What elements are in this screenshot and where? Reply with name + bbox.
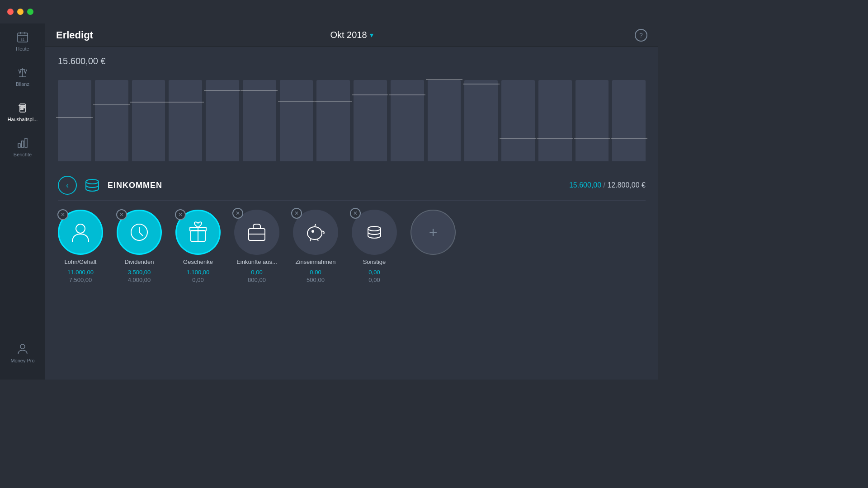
item-remove-dividenden[interactable]: ✕ xyxy=(116,209,127,220)
close-button[interactable] xyxy=(7,9,14,15)
bar-line xyxy=(93,104,130,105)
bar-group-13 xyxy=(538,71,572,161)
item-circle-zinseinnahmen: ✕ xyxy=(293,210,338,255)
sidebar-label-bilanz: Bilanz xyxy=(16,81,29,87)
bar-line xyxy=(574,138,610,139)
item-budget-einkuenfte: 800,00 xyxy=(248,277,266,283)
bar-background xyxy=(612,80,646,161)
bar-background xyxy=(428,80,461,161)
sidebar-item-moneypro[interactable]: Money Pro xyxy=(10,335,34,371)
sidebar-item-heute[interactable]: 31 Heute xyxy=(0,23,45,59)
item-actual-lohn: 11.000,00 xyxy=(67,269,94,276)
item-circle-geschenke: ✕ xyxy=(175,210,221,255)
svg-point-16 xyxy=(86,179,99,184)
item-name-sonstige: Sonstige xyxy=(363,258,386,265)
titlebar xyxy=(0,0,658,23)
item-remove-lohn[interactable]: ✕ xyxy=(57,209,68,220)
bar-line xyxy=(500,138,536,139)
bar-background xyxy=(58,80,91,161)
bar-line xyxy=(611,138,647,139)
bar-group-7 xyxy=(316,71,350,161)
month-label: Okt 2018 xyxy=(330,30,367,40)
bar-background xyxy=(538,80,572,161)
item-actual-einkuenfte: 0,00 xyxy=(251,269,262,276)
person-icon xyxy=(16,343,29,355)
item-name-zinseinnahmen: Zinseinnahmen xyxy=(296,258,336,265)
items-grid: ✕Lohn/Gehalt11.000,007.500,00✕Dividenden… xyxy=(58,210,646,292)
bar-chart xyxy=(58,71,646,161)
add-item-button[interactable]: + xyxy=(410,210,456,283)
bar-group-15 xyxy=(612,71,646,161)
page-title: Erledigt xyxy=(56,29,93,41)
svg-rect-10 xyxy=(21,107,24,108)
help-button[interactable]: ? xyxy=(635,29,647,42)
bar-group-10 xyxy=(428,71,461,161)
bar-group-1 xyxy=(95,71,128,161)
bar-line xyxy=(130,102,167,103)
bar-group-4 xyxy=(206,71,239,161)
item-card-dividenden[interactable]: ✕Dividenden3.500,004.000,00 xyxy=(117,210,162,283)
bar-line xyxy=(315,101,352,102)
sidebar-item-bilanz[interactable]: Bilanz xyxy=(0,59,45,94)
item-actual-geschenke: 1.100,00 xyxy=(187,269,210,276)
chart-total: 15.600,00 € xyxy=(58,56,646,66)
item-card-zinseinnahmen[interactable]: ✕Zinseinnahmen0,00500,00 xyxy=(293,210,338,283)
bar-background xyxy=(354,80,387,161)
minimize-button[interactable] xyxy=(17,9,24,15)
item-remove-sonstige[interactable]: ✕ xyxy=(350,208,361,219)
svg-rect-12 xyxy=(18,144,20,147)
item-budget-dividenden: 4.000,00 xyxy=(128,277,151,283)
sidebar-item-berichte[interactable]: Berichte xyxy=(0,129,45,164)
category-budget: 12.800,00 € xyxy=(607,181,646,189)
bar-group-6 xyxy=(280,71,313,161)
sidebar: 31 Heute Bilanz Haushaltspl... Berichte xyxy=(0,0,45,380)
svg-point-23 xyxy=(307,227,322,239)
month-selector[interactable]: Okt 2018 ▾ xyxy=(330,30,373,40)
item-card-lohn[interactable]: ✕Lohn/Gehalt11.000,007.500,00 xyxy=(58,210,103,283)
item-budget-lohn: 7.500,00 xyxy=(69,277,92,283)
bar-line xyxy=(56,117,93,118)
bar-background xyxy=(243,80,276,161)
sidebar-label-haushaltsplan: Haushaltspl... xyxy=(8,117,38,122)
item-actual-dividenden: 3.500,00 xyxy=(128,269,151,276)
item-remove-geschenke[interactable]: ✕ xyxy=(175,209,186,220)
bar-background xyxy=(576,80,609,161)
item-circle-einkuenfte: ✕ xyxy=(234,210,279,255)
sidebar-label-heute: Heute xyxy=(16,46,29,52)
item-card-sonstige[interactable]: ✕Sonstige0,000,00 xyxy=(352,210,397,283)
item-remove-einkuenfte[interactable]: ✕ xyxy=(232,208,243,219)
item-actual-zinseinnahmen: 0,00 xyxy=(310,269,321,276)
item-remove-zinseinnahmen[interactable]: ✕ xyxy=(291,208,302,219)
bar-background xyxy=(316,80,350,161)
item-card-geschenke[interactable]: ✕Geschenke1.100,000,00 xyxy=(175,210,221,283)
bar-background xyxy=(280,80,313,161)
svg-point-17 xyxy=(76,224,85,233)
sidebar-item-haushaltsplan[interactable]: Haushaltspl... xyxy=(0,94,45,129)
maximize-button[interactable] xyxy=(27,9,33,15)
scale-icon xyxy=(16,66,29,79)
bar-background xyxy=(464,80,498,161)
main-content: Erledigt Okt 2018 ▾ ? 15.600,00 € ‹ EINK… xyxy=(45,0,658,380)
bar-line xyxy=(426,79,462,80)
svg-rect-14 xyxy=(25,138,27,147)
bar-group-8 xyxy=(354,71,387,161)
bar-line xyxy=(167,102,204,103)
item-name-lohn: Lohn/Gehalt xyxy=(65,258,97,265)
add-item-circle: + xyxy=(410,210,456,255)
bar-group-11 xyxy=(464,71,498,161)
bar-background xyxy=(206,80,239,161)
chart-icon xyxy=(16,136,29,149)
svg-text:31: 31 xyxy=(21,38,25,42)
item-name-einkuenfte: Einkünfte aus... xyxy=(236,258,277,265)
category-amounts: 15.600,00 / 12.800,00 € xyxy=(569,181,646,189)
svg-rect-13 xyxy=(22,141,24,147)
item-name-dividenden: Dividenden xyxy=(124,258,154,265)
bar-background xyxy=(391,80,424,161)
item-card-einkuenfte[interactable]: ✕Einkünfte aus...0,00800,00 xyxy=(234,210,279,283)
bar-background xyxy=(132,80,165,161)
bar-background xyxy=(501,80,535,161)
category-prev-button[interactable]: ‹ xyxy=(58,176,77,195)
header: Erledigt Okt 2018 ▾ ? xyxy=(45,23,658,47)
category-bar: ‹ EINKOMMEN 15.600,00 / 12.800,00 € xyxy=(58,170,646,201)
item-circle-lohn: ✕ xyxy=(58,210,103,255)
